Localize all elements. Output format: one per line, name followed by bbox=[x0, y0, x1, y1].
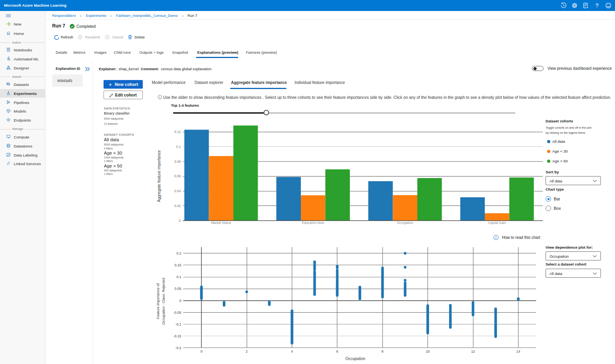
svg-text:0.08: 0.08 bbox=[174, 160, 181, 164]
svg-text:Feature importance of: Feature importance of bbox=[156, 283, 160, 319]
svg-text:0.05: 0.05 bbox=[175, 287, 181, 291]
svg-text:Marital Status: Marital Status bbox=[211, 221, 231, 225]
svg-text:0.1: 0.1 bbox=[176, 145, 181, 149]
svg-text:Education-Num: Education-Num bbox=[302, 221, 324, 225]
svg-text:14: 14 bbox=[517, 349, 520, 353]
svg-text:12: 12 bbox=[471, 349, 475, 353]
svg-text:0: 0 bbox=[179, 219, 181, 223]
svg-text:0.04: 0.04 bbox=[174, 189, 181, 193]
svg-text:-0.15: -0.15 bbox=[173, 334, 181, 338]
svg-text:-0.1: -0.1 bbox=[175, 322, 181, 326]
svg-text:Occupation: Occupation bbox=[346, 357, 366, 361]
svg-text:0.2: 0.2 bbox=[176, 251, 181, 255]
svg-text:Occupation : Class: Rejected: Occupation : Class: Rejected bbox=[162, 278, 166, 325]
svg-text:0.06: 0.06 bbox=[174, 174, 181, 178]
svg-text:4: 4 bbox=[291, 349, 293, 353]
svg-text:0: 0 bbox=[179, 299, 181, 303]
svg-text:0.1: 0.1 bbox=[176, 275, 181, 279]
svg-text:2: 2 bbox=[246, 349, 248, 353]
svg-text:0.12: 0.12 bbox=[174, 130, 181, 134]
svg-text:-0.05: -0.05 bbox=[173, 311, 181, 315]
svg-text:0: 0 bbox=[200, 349, 202, 353]
svg-text:10: 10 bbox=[426, 349, 430, 353]
svg-text:0.15: 0.15 bbox=[175, 263, 181, 267]
svg-text:Capital Gain: Capital Gain bbox=[488, 221, 506, 225]
svg-text:Aggregate feature importance: Aggregate feature importance bbox=[157, 150, 161, 202]
svg-text:6: 6 bbox=[336, 349, 338, 353]
svg-text:-0.2: -0.2 bbox=[175, 346, 181, 350]
svg-text:0.02: 0.02 bbox=[174, 204, 181, 208]
svg-text:8: 8 bbox=[382, 349, 384, 353]
svg-text:Occupation: Occupation bbox=[397, 221, 413, 225]
